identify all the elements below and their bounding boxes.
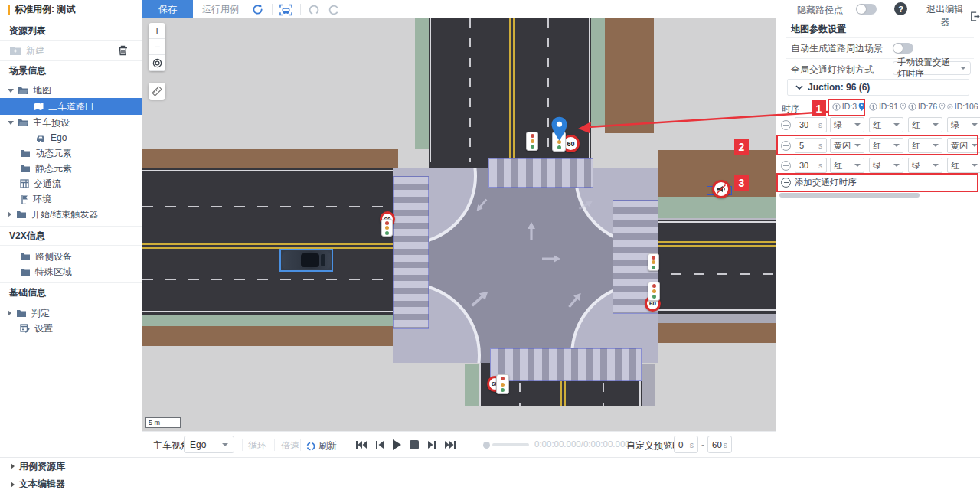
skip-end-button[interactable] [443,438,458,452]
sidebar-item-triggers-folder[interactable]: 开始/结束触发器 [0,207,142,222]
sidebar-item-judgement-folder[interactable]: 判定 [0,305,142,321]
measure-button[interactable] [149,83,165,100]
location-pin[interactable] [551,116,567,142]
sidebar-item-junction-map[interactable]: 三车道路口 [0,98,142,115]
sidebar-item-dynamic-elements[interactable]: 动态元素 [0,145,142,161]
chevron-down-icon [960,67,966,70]
sidebar-item-special-zones[interactable]: 特殊区域 [0,264,142,279]
pin-icon[interactable] [900,103,906,111]
chevron-right-icon[interactable] [8,310,11,316]
text-editor-label: 文本编辑器 [19,478,65,491]
map-canvas[interactable]: 60 60 60 60 + − 5 m [142,18,776,431]
verge-green [465,364,479,406]
step-forward-button[interactable] [424,438,439,452]
pin-icon-active[interactable] [858,103,865,111]
traffic-light[interactable] [648,253,659,271]
no-horn-sign[interactable] [712,180,730,198]
vehicle-cabin [301,253,319,267]
playback-time: 0:00:00.000/0:00:00.000 [534,439,630,449]
light-state-select[interactable]: 红 [869,138,903,153]
auto-generate-toggle[interactable] [893,43,913,54]
traffic-light[interactable] [648,282,660,301]
ego-vehicle[interactable] [279,249,333,272]
light-state-select[interactable]: 红 [869,117,903,132]
loop-button[interactable]: 循环 [248,439,266,452]
traffic-light[interactable] [526,132,538,151]
help-button[interactable]: ? [894,2,907,15]
zoom-out-button[interactable]: − [149,39,165,55]
divider [242,439,243,451]
horn-icon [716,184,727,194]
new-item-row[interactable]: 新建 [0,41,142,60]
redo-icon[interactable] [327,3,341,16]
traffic-light[interactable] [496,374,509,394]
light-state-select[interactable]: 黄闪 [830,138,864,153]
sidebar-item-ego-preset-folder[interactable]: 主车预设 [0,115,142,130]
sidebar-item-ego[interactable]: Ego [0,130,142,145]
save-button[interactable]: 保存 [142,0,193,18]
hide-waypoints-toggle[interactable] [856,4,877,15]
remove-phase-icon[interactable] [781,161,791,171]
chevron-right-icon[interactable] [8,211,11,217]
light-column-id91: ID:91 [869,102,906,111]
light-state-select[interactable]: 黄闪 [947,138,980,153]
exit-editor-button[interactable]: 退出编辑器 [923,3,980,29]
horizontal-scrollbar[interactable] [779,193,920,198]
lane-arrow-straight [525,222,537,240]
remove-phase-icon[interactable] [781,141,791,151]
basic-section-header: 基础信息 [0,283,142,302]
light-state-select[interactable]: 红 [908,117,942,132]
sidebar-item-roadside-devices[interactable]: 路侧设备 [0,249,142,264]
run-case-button[interactable]: 运行用例 [198,0,243,18]
sidebar-item-settings[interactable]: 设置 [0,321,142,336]
timeline-slider-handle[interactable] [483,442,490,449]
chevron-down-icon[interactable] [8,121,14,125]
add-phase-button[interactable]: 添加交通灯时序 [781,177,857,188]
junction-header[interactable]: Juction: 96 (6) [787,79,969,96]
sidebar-item-traffic-flow[interactable]: 交通流 [0,176,142,191]
zoom-in-button[interactable]: + [149,23,165,39]
sidebar-item-environment[interactable]: 环境 [0,191,142,207]
timeline-track[interactable] [492,443,529,446]
traffic-light[interactable] [381,219,393,237]
sidebar-item-map-folder[interactable]: 地图 [0,83,142,98]
locate-button[interactable] [149,55,165,71]
chevron-down-icon[interactable] [8,89,14,93]
speed-button[interactable]: 倍速 [281,439,299,452]
light-state-select[interactable]: 红 [947,158,980,173]
light-state-select[interactable]: 绿 [908,158,942,173]
range-end-input[interactable]: 60s [707,436,732,453]
scene-info-header: 场景信息 [0,61,142,80]
focus-vehicle-icon[interactable] [279,3,292,16]
light-state-select[interactable]: 绿 [947,117,980,132]
stop-button[interactable] [407,438,422,452]
case-library-panel[interactable]: 用例资源库 [0,457,980,475]
lane-dash [547,18,549,162]
refresh-button[interactable]: 刷新 [306,439,337,452]
phase-duration-input[interactable]: 30s [795,158,827,173]
light-state-select[interactable]: 绿 [869,158,903,173]
view-select[interactable]: Ego [184,436,234,453]
phase-duration-input[interactable]: 5s [795,138,827,153]
sidebar-item-static-elements[interactable]: 静态元素 [0,161,142,176]
light-state-select[interactable]: 红 [908,138,942,153]
global-light-control-select[interactable]: 手动设置交通灯时序 [893,61,971,75]
text-editor-panel[interactable]: 文本编辑器 [0,475,980,493]
remove-phase-icon[interactable] [781,120,791,130]
light-column-id76: ID:76 [908,102,946,111]
light-state-select[interactable]: 绿 [830,117,864,132]
play-button[interactable] [389,438,404,452]
light-state-select[interactable]: 红 [830,158,864,173]
refresh-label: 刷新 [318,439,337,452]
step-back-button[interactable] [372,438,387,452]
phase-duration-input[interactable]: 30s [795,117,827,132]
trash-icon[interactable] [118,45,128,56]
pin-icon[interactable] [939,103,946,111]
reset-view-icon[interactable] [250,3,264,16]
junction-title: Juction: 96 (6) [808,82,870,93]
skip-start-button[interactable] [354,438,369,452]
undo-icon[interactable] [307,3,321,16]
divider [348,439,348,451]
auto-generate-label: 自动生成道路周边场景 [791,42,883,55]
range-start-input[interactable]: 0s [674,436,698,453]
